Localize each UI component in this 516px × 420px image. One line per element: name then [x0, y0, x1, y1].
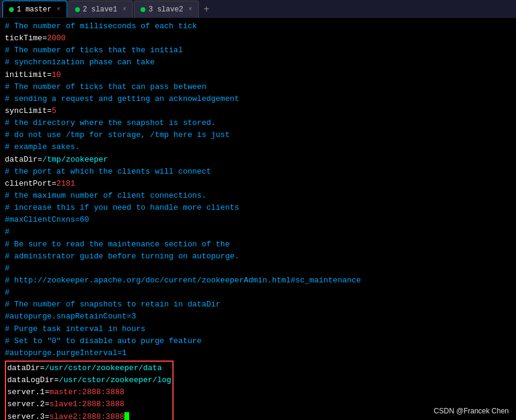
tab-slave1[interactable]: 2 slave1 ×: [68, 1, 133, 17]
terminal-cursor: [124, 412, 129, 420]
code-line-21: #: [5, 263, 511, 275]
hl-line-4: server.2=slave1:2888:3888: [7, 398, 171, 410]
code-line-19: # Be sure to read the maintenance sectio…: [5, 239, 511, 251]
code-line-2: tickTime=2000: [5, 32, 511, 44]
tab-close-slave1[interactable]: ×: [123, 6, 126, 13]
code-line-6: # The number of ticks that can pass betw…: [5, 81, 511, 93]
code-line-28: #autopurge.purgeInterval=1: [5, 347, 511, 359]
code-line-20: # administrator guide before turning on …: [5, 251, 511, 263]
code-line-27: # Set to "0" to disable auto purge featu…: [5, 335, 511, 347]
code-line-15: # the maximum number of client connectio…: [5, 190, 511, 202]
code-line-22: # http://zookeeper.apache.org/doc/curren…: [5, 275, 511, 287]
tab-close-slave2[interactable]: ×: [189, 6, 192, 13]
code-line-23: #: [5, 287, 511, 299]
code-line-11: # example sakes.: [5, 141, 511, 153]
code-line-8: syncLimit=5: [5, 105, 511, 117]
tab-label-master: 1 master: [17, 5, 52, 14]
code-line-9: # the directory where the snapshot is st…: [5, 117, 511, 129]
code-line-4: # synchronization phase can take: [5, 56, 511, 68]
code-line-25: #autopurge.snapRetainCount=3: [5, 311, 511, 323]
code-line-18: #: [5, 226, 511, 238]
code-line-7: # sending a request and getting an ackno…: [5, 93, 511, 105]
tab-bar: 1 master × 2 slave1 × 3 slave2 × +: [0, 0, 516, 18]
tab-dot-slave1: [75, 7, 80, 12]
terminal-content: # The number of milliseconds of each tic…: [0, 18, 516, 420]
code-line-5: initLimit=10: [5, 69, 511, 81]
code-line-13: # the port at which the clients will con…: [5, 166, 511, 178]
code-line-17: #maxClientCnxns=60: [5, 214, 511, 226]
hl-line-3: server.1=master:2888:3888: [7, 386, 171, 398]
tab-dot-slave2: [141, 7, 145, 12]
hl-line-5: server.3=slave2:2888:3888: [7, 411, 171, 421]
code-line-12: dataDir=/tmp/zookeeper: [5, 154, 511, 166]
code-line-1: # The number of milliseconds of each tic…: [5, 20, 511, 32]
tab-label-slave2: 3 slave2: [148, 5, 183, 14]
tab-label-slave1: 2 slave1: [83, 5, 118, 14]
code-line-16: # increase this if you need to handle mo…: [5, 202, 511, 214]
tab-dot-master: [9, 7, 14, 12]
hl-line-1: dataDir=/usr/cstor/zookeeper/data: [7, 362, 171, 374]
code-line-3: # The number of ticks that the initial: [5, 44, 511, 56]
code-line-14: clientPort=2181: [5, 178, 511, 190]
tab-slave2[interactable]: 3 slave2 ×: [134, 1, 199, 17]
code-line-24: # The number of snapshots to retain in d…: [5, 299, 511, 311]
watermark: CSDN @Francek Chen: [434, 407, 509, 415]
hl-line-2: dataLogDir=/usr/cstor/zookeeper/log: [7, 374, 171, 386]
highlighted-block: dataDir=/usr/cstor/zookeeper/data dataLo…: [5, 361, 174, 420]
new-tab-button[interactable]: +: [200, 2, 213, 16]
code-line-26: # Purge task interval in hours: [5, 323, 511, 335]
code-line-10: # do not use /tmp for storage, /tmp here…: [5, 129, 511, 141]
tab-master[interactable]: 1 master ×: [2, 1, 67, 17]
tab-close-master[interactable]: ×: [57, 6, 61, 13]
